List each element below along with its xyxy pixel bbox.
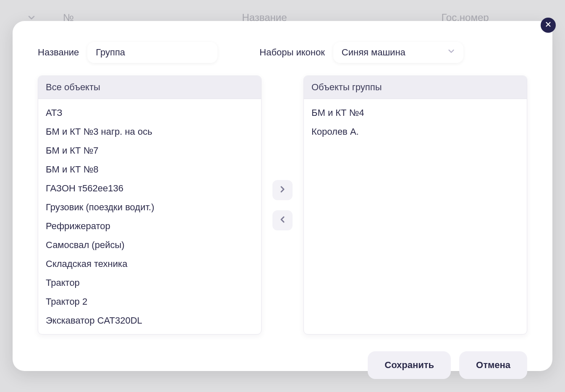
- list-item[interactable]: БМ и КТ №4: [311, 103, 523, 122]
- list-item[interactable]: Трактор: [46, 273, 258, 292]
- all-objects-header: Все объекты: [38, 76, 261, 99]
- iconset-select[interactable]: Синяя машина: [333, 42, 463, 63]
- list-item[interactable]: Трактор 2: [46, 292, 258, 311]
- chevron-left-icon: [277, 214, 288, 226]
- group-objects-header: Объекты группы: [304, 76, 527, 99]
- dual-list-transfer: Все объекты АТЗБМ и КТ №3 нагр. на осьБМ…: [38, 76, 527, 335]
- name-label: Название: [38, 47, 79, 58]
- edit-group-modal: Название Наборы иконок Синяя машина Все …: [13, 21, 552, 371]
- name-input[interactable]: [87, 42, 217, 63]
- transfer-controls: [262, 76, 303, 335]
- iconset-label: Наборы иконок: [259, 47, 325, 58]
- close-icon: [544, 21, 552, 30]
- list-item[interactable]: БМ и КТ №8: [46, 160, 258, 179]
- save-button[interactable]: Сохранить: [368, 351, 451, 379]
- chevron-right-icon: [277, 184, 288, 196]
- list-item[interactable]: АТЗ: [46, 103, 258, 122]
- list-item[interactable]: Королев А.: [311, 122, 523, 141]
- list-item[interactable]: ГАЗОН т562ее136: [46, 179, 258, 198]
- group-objects-panel: Объекты группы БМ и КТ №4Королев А.: [303, 76, 527, 335]
- close-button[interactable]: [541, 18, 556, 33]
- all-objects-panel: Все объекты АТЗБМ и КТ №3 нагр. на осьБМ…: [38, 76, 262, 335]
- list-item[interactable]: Грузовик (поездки водит.): [46, 198, 258, 217]
- all-objects-list[interactable]: АТЗБМ и КТ №3 нагр. на осьБМ и КТ №7БМ и…: [38, 99, 261, 334]
- list-item[interactable]: Экскаватор CAT320DL: [46, 311, 258, 330]
- move-left-button[interactable]: [272, 210, 293, 230]
- modal-footer: Сохранить Отмена: [38, 335, 527, 379]
- list-item[interactable]: Самосвал (рейсы): [46, 235, 258, 254]
- move-right-button[interactable]: [272, 180, 293, 200]
- list-item[interactable]: БМ и КТ №7: [46, 141, 258, 160]
- iconset-selected-value: Синяя машина: [342, 47, 405, 57]
- list-item[interactable]: Складская техника: [46, 254, 258, 273]
- chevron-down-icon: [447, 47, 456, 58]
- form-row: Название Наборы иконок Синяя машина: [38, 42, 527, 63]
- list-item[interactable]: БМ и КТ №3 нагр. на ось: [46, 122, 258, 141]
- list-item[interactable]: Рефрижератор: [46, 217, 258, 235]
- cancel-button[interactable]: Отмена: [459, 351, 527, 379]
- group-objects-list[interactable]: БМ и КТ №4Королев А.: [304, 99, 527, 334]
